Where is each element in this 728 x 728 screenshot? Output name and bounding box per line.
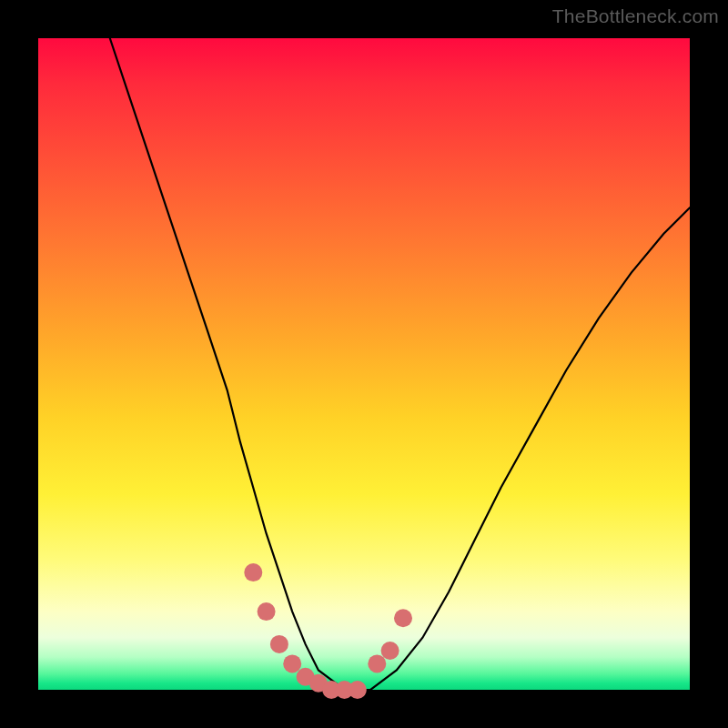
marker-dot (381, 642, 399, 660)
marker-dot (244, 563, 262, 581)
marker-dot (368, 654, 386, 672)
marker-dot (349, 681, 367, 699)
marker-dot (270, 635, 288, 653)
chart-frame: TheBottleneck.com (0, 0, 728, 728)
watermark-text: TheBottleneck.com (552, 5, 719, 27)
plot-area (38, 38, 690, 690)
marker-dot (258, 602, 276, 621)
chart-svg (38, 38, 690, 690)
bottleneck-curve-path (110, 38, 690, 690)
marker-dot (394, 609, 412, 627)
marker-dot (283, 654, 301, 672)
